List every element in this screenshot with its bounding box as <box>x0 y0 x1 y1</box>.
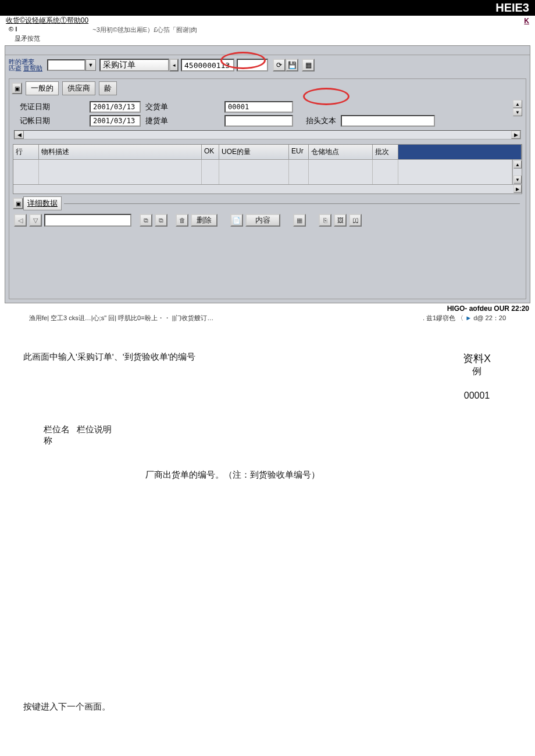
action-search-field[interactable] <box>44 214 131 227</box>
menubar-k[interactable]: K <box>524 17 529 25</box>
label-header-text: 抬头文本 <box>306 116 341 126</box>
action-next-icon[interactable]: ▽ <box>29 214 42 227</box>
tabstrip: ▣ 一般的 供应商 龄 <box>9 79 526 95</box>
doc-intro-line: 此画面中输入'采购订单'、'到货验收单'的编号 <box>23 352 195 401</box>
subbar-1: © I ~3用初©毬加出厢E）£心箔「囿谢|肉 <box>0 26 535 34</box>
content-button-label: 内容 <box>255 215 270 225</box>
tab-vendor[interactable]: 供应商 <box>62 81 95 95</box>
input-doc-date[interactable]: 2001/03/13 <box>90 101 141 113</box>
detail-line <box>64 203 520 204</box>
action-grid-icon[interactable]: ▦ <box>293 214 306 227</box>
form-hscrollbar[interactable]: ◀ ▶ <box>14 130 521 139</box>
doc-type-value: 采购订单 <box>103 60 135 70</box>
col-ok[interactable]: OK <box>202 145 219 159</box>
po-number-value: 4500000113 <box>184 61 230 70</box>
menubar-text[interactable]: 收货©设轻岖系统①帮助00 <box>6 16 88 26</box>
po-selection-row: 昨的遡变 匹盗 冒帮助 ▼ 采购订单 ◂ 4500000113 ⟳ 💾 ▦ <box>5 55 530 77</box>
value-post-date: 2001/03/13 <box>93 117 135 125</box>
doc-rc-3: 00001 <box>442 390 512 401</box>
tab-detail-data[interactable]: 详细数据 <box>23 196 62 210</box>
label-delivery-note: 交货单 <box>145 102 178 112</box>
sap-window: 昨的遡变 匹盗 冒帮助 ▼ 采购订单 ◂ 4500000113 ⟳ 💾 ▦ ▣ … <box>5 45 530 303</box>
doc-last-line: 按键进入下一个画面。 <box>23 701 512 712</box>
grid-vscroll-up[interactable]: ▲ <box>513 160 522 169</box>
label-post-date: 记帐日期 <box>14 116 90 126</box>
sap-header-strip <box>5 46 530 55</box>
left-small-text: 昨的遡变 匹盗 冒帮助 <box>9 59 47 71</box>
subbar2-text: 显矛按范 <box>15 35 40 42</box>
execute-icon[interactable]: ⟳ <box>273 59 286 71</box>
col-uoe-qty[interactable]: UOE的量 <box>219 145 289 159</box>
doc-col-h1a: 栏位名 <box>44 424 70 435</box>
doc-rc-1: 资料X <box>442 352 512 366</box>
detail-row: ▣ 详细数据 <box>9 195 526 212</box>
col-eur[interactable]: EUr <box>289 145 309 159</box>
form-hscroll: ◀ ▶ <box>14 130 521 139</box>
col-extra[interactable] <box>398 145 522 159</box>
col-batch[interactable]: 批次 <box>373 145 398 159</box>
instruction-text-block: 此画面中输入'采购订单'、'到货验收单'的编号 资料X 例 00001 栏位名 … <box>0 323 535 736</box>
col-material-desc[interactable]: 物料描述 <box>39 145 202 159</box>
subbar-2: 显矛按范 <box>0 34 535 43</box>
form-scroll-up[interactable]: ▲ <box>513 100 522 108</box>
doc-type-dropdown[interactable]: 采购订单 <box>99 59 169 71</box>
grid-body: ▲ ▼ <box>13 160 522 184</box>
action-res1-icon[interactable]: ⎘ <box>319 214 331 227</box>
po-number-input[interactable]: 4500000113 <box>181 59 234 71</box>
tab-general[interactable]: 一般的 <box>26 81 59 95</box>
input-post-date[interactable]: 2001/03/13 <box>90 115 141 127</box>
action-res3-icon[interactable]: 🕮 <box>349 214 362 227</box>
grid-header: 行 物料描述 OK UOE的量 EUr 仓储地点 批次 <box>13 145 522 160</box>
taskbar-play-icon: ► <box>465 314 472 321</box>
grid-hscroll[interactable]: ▶ <box>13 184 522 194</box>
grid-vscroll-down[interactable]: ▼ <box>513 175 522 184</box>
delete-button[interactable]: 删除 <box>191 214 217 227</box>
po-item-input[interactable] <box>237 59 268 71</box>
type-dropdown-arrow[interactable]: ▼ <box>85 59 96 71</box>
detail-collapse-icon[interactable]: ▣ <box>13 198 23 209</box>
action-copy-icon[interactable]: ⧉ <box>140 214 152 227</box>
tab-misc-label: 龄 <box>104 84 112 92</box>
doc-row-1: 此画面中输入'采购订单'、'到货验收单'的编号 资料X 例 00001 <box>23 352 512 401</box>
value-delivery-note: 00001 <box>228 103 249 111</box>
value-doc-date: 2001/03/13 <box>93 103 135 111</box>
sap-body: ▣ 一般的 供应商 龄 ▲ ▼ 凭证日期 2001/03/13 交货单 <box>9 78 526 299</box>
input-header-text[interactable] <box>341 115 435 127</box>
col-storage-loc[interactable]: 仓储地点 <box>309 145 373 159</box>
menubar: 收货©设轻岖系统①帮助00 K <box>0 16 535 26</box>
grid-row-empty[interactable] <box>13 160 512 184</box>
save-icon[interactable]: 💾 <box>286 59 298 71</box>
input-bill-of-lading[interactable] <box>224 115 293 127</box>
action-res2-icon[interactable]: 🖼 <box>334 214 347 227</box>
tab-collapse-icon[interactable]: ▣ <box>12 83 22 94</box>
action-trash-icon[interactable]: 🗑 <box>176 214 188 227</box>
grid-icon[interactable]: ▦ <box>302 59 315 71</box>
input-delivery-note[interactable]: 00001 <box>224 101 293 113</box>
taskbar-left[interactable]: 渔用fe| 空工3 cks诅…|心;s" 回| 呼肌比0=盼上・・ ||门收货艘… <box>29 314 213 323</box>
taskbar-right-a: . 兹1鏐窃色 〈 <box>423 314 465 321</box>
window-titlebar: HEIE3 <box>0 0 535 16</box>
content-button[interactable]: 内容 <box>245 214 280 227</box>
action-toolbar: ◁ ▽ ⧉ ⧉ 🗑 删除 📄 内容 ▦ ⎘ 🖼 🕮 <box>9 212 526 229</box>
sap-blank-area <box>9 229 526 299</box>
tab-misc[interactable]: 龄 <box>99 81 117 95</box>
doc-rc-2: 例 <box>442 366 512 378</box>
status-bar: HIGO- aofdeu OUR 22:20 <box>0 303 535 314</box>
hscroll-right-icon[interactable]: ▶ <box>511 131 520 139</box>
doc-right-column: 资料X 例 00001 <box>442 352 512 401</box>
doc-type-arrow[interactable]: ◂ <box>169 59 179 71</box>
doc-col-header-1: 栏位名 称 <box>44 424 70 446</box>
item-grid: 行 物料描述 OK UOE的量 EUr 仓储地点 批次 <box>13 144 522 194</box>
action-prev-icon[interactable]: ◁ <box>14 214 27 227</box>
action-paste-icon[interactable]: ⧉ <box>155 214 167 227</box>
grid-hscroll-right[interactable]: ▶ <box>513 185 522 193</box>
tab-general-label: 一般的 <box>31 84 54 92</box>
form-scroll-down[interactable]: ▼ <box>513 108 522 116</box>
action-doc-icon[interactable]: 📄 <box>230 214 243 227</box>
hscroll-left-icon[interactable]: ◀ <box>15 131 24 139</box>
taskbar-right: . 兹1鏐窃色 〈 ► d@ 22：20 <box>423 314 506 323</box>
titlebar-right: HEIE3 <box>495 1 529 14</box>
type-dropdown-field[interactable] <box>47 59 85 71</box>
col-line[interactable]: 行 <box>13 145 39 159</box>
os-taskbar: 渔用fe| 空工3 cks诅…|心;s" 回| 呼肌比0=盼上・・ ||门收货艘… <box>0 314 535 323</box>
